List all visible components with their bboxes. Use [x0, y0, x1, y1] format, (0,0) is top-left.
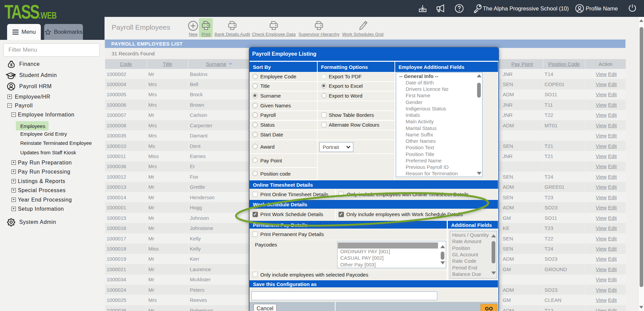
svg-text:$: $	[10, 63, 12, 67]
